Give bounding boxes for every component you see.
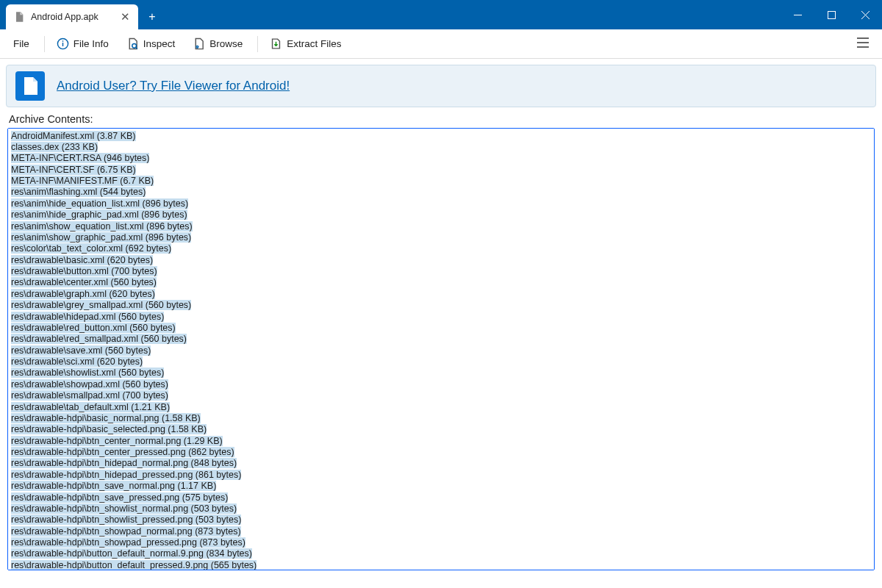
minimize-button[interactable] [781,0,814,29]
archive-entry[interactable]: res\drawable\tab_default.xml (1.21 KB) [8,401,874,412]
file-menu-label: File [13,38,29,49]
file-menu[interactable]: File [6,35,37,52]
archive-entry[interactable]: META-INF\CERT.SF (6.75 KB) [8,164,874,175]
archive-entry[interactable]: res\drawable-hdpi\btn_showlist_pressed.p… [8,514,874,526]
archive-entry[interactable]: res\drawable\showpad.xml (560 bytes) [8,379,874,390]
archive-contents[interactable]: AndroidManifest.xml (3.87 KB)classes.dex… [7,128,875,570]
archive-entry[interactable]: res\drawable\button.xml (700 bytes) [8,266,874,277]
archive-entry[interactable]: res\drawable\basic.xml (620 bytes) [8,254,874,265]
archive-entry[interactable]: AndroidManifest.xml (3.87 KB) [8,130,874,141]
archive-entry[interactable]: res\anim\show_equation_list.xml (896 byt… [8,220,874,232]
maximize-button[interactable] [814,0,848,29]
toolbar: File File Info Inspect Browse Extract Fi… [0,29,882,59]
archive-entry[interactable]: classes.dex (233 KB) [8,141,874,152]
promo-banner: Android User? Try File Viewer for Androi… [6,65,876,107]
archive-entry[interactable]: res\drawable-hdpi\btn_save_normal.png (1… [8,481,874,492]
archive-entry[interactable]: res\drawable\red_button.xml (560 bytes) [8,322,874,333]
file-icon [13,11,25,23]
extract-button[interactable]: Extract Files [262,35,348,53]
hamburger-menu[interactable] [850,33,876,54]
close-button[interactable] [848,0,882,29]
browse-button[interactable]: Browse [185,35,250,53]
archive-entry[interactable]: res\drawable-hdpi\btn_center_normal.png … [8,435,874,446]
archive-entry[interactable]: res\drawable-hdpi\button_default_pressed… [8,559,874,570]
archive-entry[interactable]: res\drawable-hdpi\btn_showlist_normal.pn… [8,503,874,514]
extract-label: Extract Files [287,38,341,49]
promo-link[interactable]: Android User? Try File Viewer for Androi… [57,79,290,93]
titlebar: Android App.apk ✕ + [0,0,882,29]
archive-entry[interactable]: res\drawable-hdpi\btn_center_pressed.png… [8,447,874,458]
fileinfo-label: File Info [74,38,109,49]
archive-entry[interactable]: res\drawable\graph.xml (620 bytes) [8,288,874,299]
inspect-icon [126,37,139,50]
archive-entry[interactable]: res\drawable-hdpi\btn_save_pressed.png (… [8,492,874,503]
svg-rect-0 [828,11,835,18]
browse-label: Browse [209,38,243,49]
archive-entry[interactable]: res\drawable-hdpi\btn_hidepad_normal.png… [8,458,874,469]
archive-entry[interactable]: res\drawable\save.xml (560 bytes) [8,345,874,356]
fileinfo-button[interactable]: File Info [49,35,116,53]
separator [44,36,45,52]
archive-entry[interactable]: res\drawable-hdpi\button_default_normal.… [8,548,874,559]
new-tab-button[interactable]: + [141,6,163,28]
tab-active[interactable]: Android App.apk ✕ [6,4,138,29]
window-controls [781,0,882,29]
svg-point-2 [132,44,137,49]
archive-entry[interactable]: META-INF\MANIFEST.MF (6.7 KB) [8,176,874,187]
archive-entry[interactable]: res\drawable-hdpi\basic_normal.png (1.58… [8,412,874,423]
archive-entry[interactable]: res\drawable-hdpi\basic_selected.png (1.… [8,424,874,435]
archive-entry[interactable]: res\anim\hide_graphic_pad.xml (896 bytes… [8,209,874,220]
archive-entry[interactable]: META-INF\CERT.RSA (946 bytes) [8,153,874,164]
archive-entry[interactable]: res\drawable-hdpi\btn_showpad_pressed.pn… [8,537,874,548]
app-icon [15,71,45,101]
tab-close-icon[interactable]: ✕ [119,11,131,23]
section-label: Archive Contents: [9,113,882,125]
archive-entry[interactable]: res\drawable-hdpi\btn_hidepad_pressed.pn… [8,469,874,480]
archive-entry[interactable]: res\drawable\sci.xml (620 bytes) [8,356,874,368]
separator [257,36,258,52]
archive-entry[interactable]: res\drawable\grey_smallpad.xml (560 byte… [8,300,874,311]
archive-entry[interactable]: res\anim\show_graphic_pad.xml (896 bytes… [8,232,874,243]
archive-entry[interactable]: res\drawable\showlist.xml (560 bytes) [8,368,874,379]
inspect-button[interactable]: Inspect [119,35,183,53]
archive-entry[interactable]: res\drawable\smallpad.xml (700 bytes) [8,390,874,401]
browse-icon [193,37,205,50]
archive-entry[interactable]: res\anim\hide_equation_list.xml (896 byt… [8,198,874,209]
archive-entry[interactable]: res\anim\flashing.xml (544 bytes) [8,187,874,198]
archive-entry[interactable]: res\drawable-hdpi\btn_showpad_normal.png… [8,526,874,537]
archive-entry[interactable]: res\drawable\center.xml (560 bytes) [8,277,874,288]
archive-entry[interactable]: res\drawable\hidepad.xml (560 bytes) [8,311,874,322]
inspect-label: Inspect [143,38,176,49]
info-icon [57,37,69,50]
archive-entry[interactable]: res\drawable\red_smallpad.xml (560 bytes… [8,334,874,345]
archive-entry[interactable]: res\color\tab_text_color.xml (692 bytes) [8,243,874,254]
hamburger-icon [857,37,869,48]
extract-icon [270,37,282,50]
tab-title: Android App.apk [31,12,119,22]
